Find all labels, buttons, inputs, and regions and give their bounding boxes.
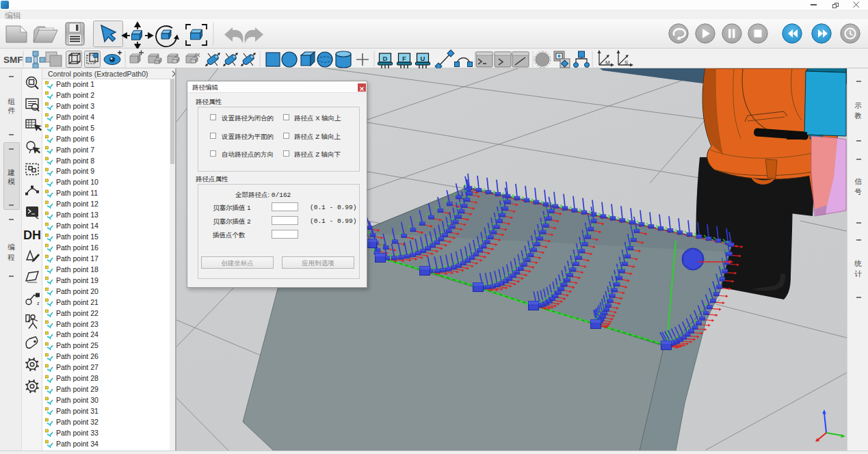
- svg-text:z: z: [37, 301, 40, 306]
- svg-text:D: D: [383, 55, 388, 62]
- svg-text:DH: DH: [23, 228, 41, 242]
- svg-text:F: F: [402, 55, 406, 62]
- svg-text:U: U: [421, 55, 425, 62]
- svg-text:M: M: [605, 59, 610, 66]
- svg-text:SMF: SMF: [3, 55, 23, 65]
- svg-text:S: S: [624, 59, 628, 66]
